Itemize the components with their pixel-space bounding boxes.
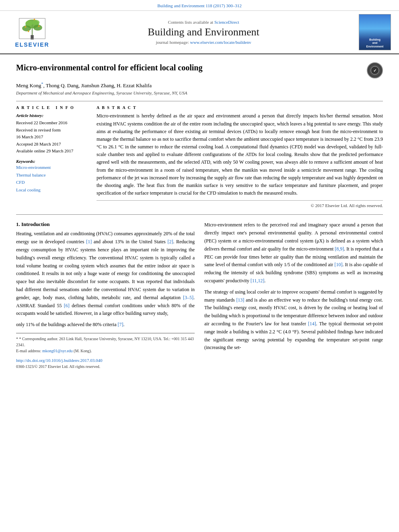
paper-content: Micro-environmental control for efficien… (0, 54, 399, 373)
ref-13[interactable]: [13] (236, 297, 244, 303)
journal-reference: Building and Environment 118 (2017) 300–… (157, 3, 242, 8)
introduction-title: Introduction (21, 221, 50, 227)
svg-point-5 (25, 21, 33, 26)
ref-14[interactable]: [14] (308, 321, 316, 327)
article-info-column: A R T I C L E I N F O Article history: R… (16, 105, 88, 208)
article-title-section: Micro-environmental control for efficien… (16, 62, 383, 78)
cover-image-inner: BuildingandEnvironment (359, 14, 391, 50)
abstract-text: Micro-environment is hereby defined as t… (97, 112, 383, 197)
article-info-abstract-section: A R T I C L E I N F O Article history: R… (16, 101, 383, 208)
section-divider (16, 214, 383, 215)
keyword-1[interactable]: Micro-environment (16, 164, 88, 171)
author-name-2: Thong Q. Dang (46, 82, 78, 88)
ref-8-9[interactable]: [8,9] (335, 246, 344, 252)
ref-3-5[interactable]: [3–5] (183, 295, 193, 300)
crossmark-badge[interactable]: ✓ (367, 62, 383, 78)
article-title: Micro-environmental control for efficien… (16, 62, 363, 73)
top-bar: Building and Environment 118 (2017) 300–… (0, 0, 399, 11)
corresponding-marker-symbol: * (16, 337, 18, 341)
body-left-column: 1. Introduction Heating, ventilation and… (16, 221, 195, 369)
svg-point-7 (25, 26, 27, 28)
accepted-date: Accepted 28 March 2017 (16, 141, 88, 148)
abstract-column: A B S T R A C T Micro-environment is her… (97, 105, 383, 208)
revised-form-label: Received in revised form (16, 127, 88, 134)
email-note: E-mail address: mkong01@syr.edu (M. Kong… (16, 348, 195, 354)
ref-11-12[interactable]: [11,12] (251, 278, 265, 283)
sciencedirect-link[interactable]: ScienceDirect (214, 20, 239, 25)
svg-point-6 (32, 20, 39, 25)
corresponding-author-note: * * Corresponding author. 263 Link Hall,… (16, 336, 195, 348)
corresponding-author-detail: * Corresponding author. 263 Link Hall, S… (16, 337, 194, 347)
journal-header-center: Contents lists available at ScienceDirec… (56, 20, 351, 45)
author-name-1: Meng Kong (16, 82, 41, 88)
body-content: 1. Introduction Heating, ventilation and… (16, 221, 383, 369)
homepage-line: journal homepage: www.elsevier.com/locat… (56, 40, 351, 45)
elsevier-tree-icon (16, 16, 48, 41)
section-number: 1. (16, 221, 20, 227)
body-right-column: Micro-environment refers to the perceive… (204, 221, 383, 369)
doi-link[interactable]: http://dx.doi.org/10.1016/j.buildenv.201… (16, 358, 103, 363)
right-paragraph-1: Micro-environment refers to the perceive… (204, 221, 383, 285)
svg-point-8 (28, 31, 29, 32)
journal-cover-image: BuildingandEnvironment (359, 14, 391, 50)
svg-text:✓: ✓ (373, 68, 376, 73)
author-name-4: H. Ezzat Khalifa (117, 82, 152, 88)
elsevier-wordmark: ELSEVIER (15, 41, 49, 48)
article-info-heading: A R T I C L E I N F O (16, 105, 88, 110)
abstract-heading: A B S T R A C T (97, 105, 383, 110)
ref-1[interactable]: [1] (86, 239, 92, 244)
homepage-url[interactable]: www.elsevier.com/locate/buildenv (190, 40, 251, 45)
ref-2[interactable]: [2] (167, 239, 173, 244)
received-date: Received 22 December 2016 (16, 119, 88, 127)
intro-paragraph-2: only 11% of the buildings achieved the 8… (16, 321, 195, 329)
affiliation: Department of Mechanical and Aerospace E… (16, 90, 383, 95)
footnote-section: * * Corresponding author. 263 Link Hall,… (16, 333, 195, 369)
keyword-2[interactable]: Thermal balance (16, 171, 88, 179)
ref-6[interactable]: [6] (64, 303, 70, 308)
svg-point-3 (22, 25, 31, 31)
svg-point-4 (33, 25, 42, 31)
author-email[interactable]: mkong01@syr.edu (42, 349, 73, 353)
keywords-block: Keywords: Micro-environment Thermal bala… (16, 159, 88, 194)
right-paragraph-2: The strategy of using local cooler air t… (204, 288, 383, 352)
authors-line: Meng Kong*, Thong Q. Dang, Jianshun Zhan… (16, 82, 383, 89)
author-name-3: Jianshun Zhang (81, 82, 114, 88)
corresponding-marker: * (41, 82, 43, 86)
copyright-line: © 2017 Elsevier Ltd. All rights reserved… (97, 200, 383, 208)
doi-line: http://dx.doi.org/10.1016/j.buildenv.201… (16, 357, 195, 364)
introduction-heading: 1. Introduction (16, 221, 195, 228)
contents-availability: Contents lists available at ScienceDirec… (56, 20, 351, 25)
article-history-label: Article history: (16, 112, 88, 119)
journal-title: Building and Environment (56, 26, 351, 38)
issn-line: 0360-1323/© 2017 Elsevier Ltd. All right… (16, 364, 195, 369)
keywords-label: Keywords: (16, 159, 88, 164)
email-label: E-mail address: (16, 349, 42, 353)
article-history-block: Article history: Received 22 December 20… (16, 112, 88, 155)
keyword-3[interactable]: CFD (16, 179, 88, 186)
keyword-4[interactable]: Local cooling (16, 186, 88, 194)
revised-date: 16 March 2017 (16, 134, 88, 141)
svg-point-9 (38, 25, 40, 27)
intro-paragraph-1: Heating, ventilation and air conditionin… (16, 230, 195, 318)
email-name: (M. Kong). (74, 349, 92, 353)
svg-point-10 (34, 19, 35, 21)
journal-cover-thumbnail: BuildingandEnvironment (351, 14, 391, 50)
ref-10[interactable]: [10] (334, 262, 342, 267)
cover-image-text: BuildingandEnvironment (360, 38, 390, 48)
elsevier-logo: ELSEVIER (15, 16, 49, 48)
elsevier-logo-area: ELSEVIER (8, 16, 56, 48)
ref-7[interactable]: [7] (117, 322, 123, 327)
available-online-date: Available online 29 March 2017 (16, 148, 88, 155)
crossmark-icon: ✓ (370, 66, 380, 75)
journal-header: ELSEVIER Contents lists available at Sci… (0, 11, 399, 54)
